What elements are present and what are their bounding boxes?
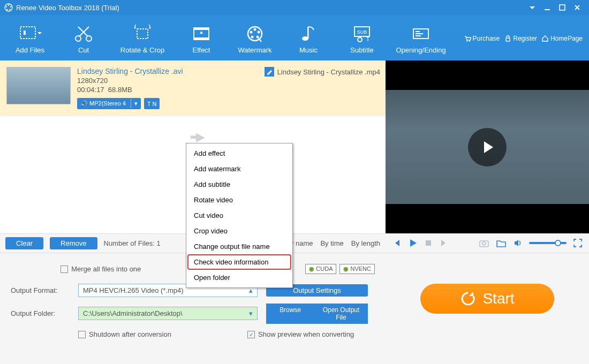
watermark-button[interactable]: Watermark	[228, 20, 282, 56]
file-output-name: Lindsey Stirling - Crystallize .mp4	[277, 68, 380, 76]
music-label: Music	[282, 46, 335, 54]
stop-button[interactable]	[424, 239, 433, 247]
subtitle-label: Subtitle	[335, 46, 389, 54]
sort-by-time[interactable]: By time	[320, 239, 343, 247]
register-link[interactable]: Register	[504, 35, 537, 42]
svg-rect-33	[416, 33, 423, 34]
opening-ending-label: Opening/Ending	[389, 46, 453, 54]
svg-rect-7	[560, 5, 565, 10]
context-menu-item[interactable]: Change output file name	[187, 239, 291, 254]
sort-by-length[interactable]: By length	[351, 239, 380, 247]
edit-output-icon[interactable]	[265, 67, 274, 77]
output-format-label: Output Format:	[11, 286, 70, 294]
prev-track-button[interactable]	[392, 238, 402, 248]
homepage-link[interactable]: HomePage	[541, 35, 583, 42]
cuda-badge: ◉CUDA	[305, 264, 336, 274]
svg-point-23	[251, 36, 254, 39]
svg-rect-6	[545, 9, 550, 10]
svg-rect-17	[194, 28, 209, 30]
file-duration-size: 00:04:17 68.8MB	[77, 86, 183, 94]
svg-point-12	[86, 36, 92, 41]
context-menu-item[interactable]: Check video information	[187, 254, 291, 270]
svg-point-5	[6, 6, 7, 7]
svg-point-1	[8, 4, 10, 6]
audio-track-chip[interactable]: 🔊 MP2(Stereo 4▾	[77, 98, 141, 109]
file-input-name: Lindsey Stirling - Crystallize .avi	[77, 67, 183, 75]
browse-button[interactable]: Browse	[266, 304, 314, 324]
open-output-button[interactable]: Open Output File	[314, 304, 368, 324]
preview-panel	[386, 60, 589, 233]
svg-point-14	[134, 27, 136, 29]
file-count-label: Number of Files: 1	[104, 239, 161, 247]
add-files-button[interactable]: Add Files	[3, 20, 57, 56]
shutdown-checkbox[interactable]: Shutdown after conversion	[78, 330, 239, 339]
output-folder-combo[interactable]: C:\Users\Administrator\Desktop\▾	[78, 307, 258, 320]
effect-button[interactable]: Effect	[175, 20, 228, 56]
play-button[interactable]	[408, 238, 418, 248]
context-menu-item[interactable]: Rotate video	[187, 192, 291, 208]
window-menu-button[interactable]	[525, 2, 540, 13]
app-title: Renee Video Toolbox 2018 (Trial)	[16, 4, 119, 12]
svg-point-4	[6, 9, 8, 11]
clear-button[interactable]: Clear	[5, 237, 43, 249]
nvenc-badge: ◉NVENC	[339, 264, 375, 274]
svg-rect-18	[194, 37, 209, 40]
rotate-crop-label: Rotate & Crop	[110, 46, 175, 54]
chevron-down-icon: ▾	[249, 309, 253, 317]
subtitle-chip[interactable]: T N	[144, 98, 160, 109]
context-menu-item[interactable]: Add effect	[187, 146, 291, 161]
context-menu-item[interactable]: Cut video	[187, 208, 291, 223]
context-menu: Add effectAdd watermarkAdd subtitleRotat…	[186, 143, 293, 288]
volume-icon[interactable]	[513, 238, 523, 248]
svg-point-3	[9, 9, 11, 11]
watermark-label: Watermark	[228, 46, 282, 54]
svg-text:SUB: SUB	[357, 29, 367, 35]
music-button[interactable]: Music	[282, 20, 335, 56]
svg-point-22	[256, 36, 259, 39]
svg-point-11	[75, 36, 81, 41]
fullscreen-button[interactable]	[573, 238, 583, 248]
svg-text:T: T	[366, 36, 369, 42]
svg-point-20	[254, 28, 256, 31]
context-menu-item[interactable]: Crop video	[187, 223, 291, 239]
open-folder-button[interactable]	[496, 238, 507, 248]
show-preview-checkbox[interactable]: Show preview when converting	[247, 330, 354, 339]
file-thumbnail	[6, 67, 71, 104]
start-button[interactable]: Start	[420, 284, 554, 314]
next-track-button[interactable]	[439, 238, 449, 248]
svg-point-2	[10, 6, 12, 7]
maximize-button[interactable]	[555, 2, 570, 13]
svg-point-24	[250, 31, 253, 34]
snapshot-button[interactable]	[479, 238, 489, 248]
remove-button[interactable]: Remove	[50, 237, 97, 249]
context-menu-item[interactable]: Add watermark	[187, 161, 291, 177]
effect-label: Effect	[175, 46, 228, 54]
context-menu-item[interactable]: Open folder	[187, 270, 291, 285]
file-list: Lindsey Stirling - Crystallize .avi 1280…	[0, 60, 386, 253]
add-files-label: Add Files	[3, 46, 57, 54]
convert-arrow-icon: ▪▪▪▶	[190, 130, 203, 144]
cut-label: Cut	[57, 46, 110, 54]
play-overlay-button[interactable]	[468, 128, 507, 166]
svg-point-40	[482, 242, 486, 245]
file-resolution: 1280x720	[77, 77, 183, 85]
close-button[interactable]	[570, 2, 585, 13]
svg-point-15	[149, 27, 151, 29]
context-menu-item[interactable]: Add subtitle	[187, 177, 291, 192]
svg-rect-26	[307, 27, 309, 39]
opening-ending-button[interactable]: Opening/Ending	[389, 20, 453, 56]
minimize-button[interactable]	[540, 2, 555, 13]
svg-point-36	[469, 41, 470, 42]
subtitle-button[interactable]: SUBT Subtitle	[335, 20, 389, 56]
rotate-crop-button[interactable]: Rotate & Crop	[110, 20, 175, 56]
svg-rect-13	[137, 29, 148, 39]
volume-slider[interactable]	[529, 242, 567, 244]
output-folder-label: Output Folder:	[11, 309, 70, 317]
svg-point-29	[358, 37, 362, 42]
svg-rect-32	[416, 31, 420, 32]
svg-rect-34	[416, 35, 421, 36]
refresh-icon	[460, 291, 476, 307]
cut-button[interactable]: Cut	[57, 20, 110, 56]
purchase-link[interactable]: Purchase	[464, 35, 500, 42]
svg-rect-38	[426, 240, 431, 246]
